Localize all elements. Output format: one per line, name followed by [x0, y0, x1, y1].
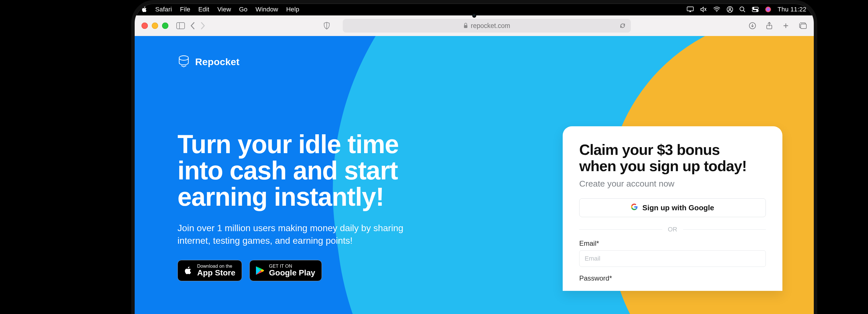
hero-subtitle: Join over 1 million users making money d… [178, 222, 411, 247]
fullscreen-window-button[interactable] [162, 23, 168, 29]
svg-point-3 [729, 8, 731, 9]
svg-point-6 [753, 8, 754, 9]
hero-title: Turn your idle time into cash and start … [178, 132, 440, 210]
safari-toolbar: repocket.com [135, 16, 814, 36]
share-icon[interactable] [766, 22, 773, 30]
hero-section: Turn your idle time into cash and start … [178, 132, 440, 281]
window-controls [142, 23, 168, 29]
menubar-item-window[interactable]: Window [255, 6, 278, 13]
google-play-badge[interactable]: GET IT ON Google Play [249, 260, 322, 281]
password-label: Password* [579, 274, 766, 282]
menubar-app-name[interactable]: Safari [155, 6, 172, 13]
privacy-shield-icon[interactable] [323, 22, 330, 30]
card-subtitle: Create your account now [579, 179, 766, 189]
user-icon[interactable] [727, 6, 733, 12]
brand-logo[interactable]: Repocket [178, 55, 771, 68]
svg-rect-0 [687, 7, 693, 11]
svg-point-9 [765, 6, 771, 12]
app-store-bottom: App Store [197, 268, 236, 277]
svg-rect-13 [464, 25, 467, 28]
svg-point-8 [757, 10, 758, 11]
email-label: Email* [579, 239, 766, 248]
minimize-window-button[interactable] [152, 23, 158, 29]
email-input[interactable] [579, 250, 766, 267]
menubar-item-view[interactable]: View [217, 6, 231, 13]
svg-rect-10 [177, 23, 185, 29]
url-bar[interactable]: repocket.com [343, 19, 631, 33]
google-play-top: GET IT ON [269, 264, 315, 268]
control-center-icon[interactable] [752, 7, 759, 12]
or-text: OR [668, 226, 677, 233]
google-play-bottom: Google Play [269, 268, 315, 277]
page-viewport: Repocket Turn your idle time into cash a… [135, 36, 814, 314]
menubar-item-help[interactable]: Help [286, 6, 299, 13]
sidebar-toggle-icon[interactable] [176, 22, 185, 29]
card-title-line2: when you sign up today! [579, 158, 747, 174]
signup-card: Claim your $3 bonus when you sign up tod… [563, 126, 782, 291]
card-title-line1: Claim your $3 bonus [579, 141, 720, 158]
brand-logo-icon [178, 55, 190, 68]
downloads-icon[interactable] [749, 22, 756, 29]
svg-point-4 [740, 7, 744, 11]
back-button[interactable] [190, 22, 195, 30]
wifi-icon[interactable] [713, 6, 720, 12]
camera-dot [472, 14, 476, 18]
reload-icon[interactable] [619, 23, 626, 29]
spotlight-icon[interactable] [739, 6, 746, 12]
app-store-badge[interactable]: Download on the App Store [178, 260, 242, 281]
mute-icon[interactable] [700, 6, 707, 12]
menubar-item-go[interactable]: Go [239, 6, 248, 13]
menubar-item-file[interactable]: File [180, 6, 190, 13]
menubar-clock[interactable]: Thu 11:22 [778, 6, 806, 13]
card-title: Claim your $3 bonus when you sign up tod… [579, 142, 766, 174]
forward-button[interactable] [200, 22, 206, 30]
new-tab-icon[interactable] [782, 22, 789, 29]
svg-point-1 [716, 11, 717, 12]
siri-icon[interactable] [765, 6, 771, 12]
apple-logo-icon[interactable] [141, 6, 147, 12]
close-window-button[interactable] [142, 23, 148, 29]
screen-mirroring-icon[interactable] [687, 6, 694, 12]
or-separator: OR [579, 226, 766, 233]
lock-icon [463, 23, 468, 29]
google-play-icon [254, 266, 265, 276]
google-signup-button[interactable]: Sign up with Google [579, 198, 766, 217]
svg-rect-16 [801, 24, 806, 29]
tabs-overview-icon[interactable] [799, 22, 807, 29]
apple-icon [182, 265, 193, 276]
google-logo-icon [631, 203, 638, 212]
url-text: repocket.com [471, 22, 510, 30]
app-store-top: Download on the [197, 264, 236, 268]
laptop-frame: Safari File Edit View Go Window Help [131, 0, 817, 314]
google-signup-label: Sign up with Google [642, 203, 714, 212]
menubar-item-edit[interactable]: Edit [198, 6, 210, 13]
brand-name: Repocket [195, 56, 239, 67]
